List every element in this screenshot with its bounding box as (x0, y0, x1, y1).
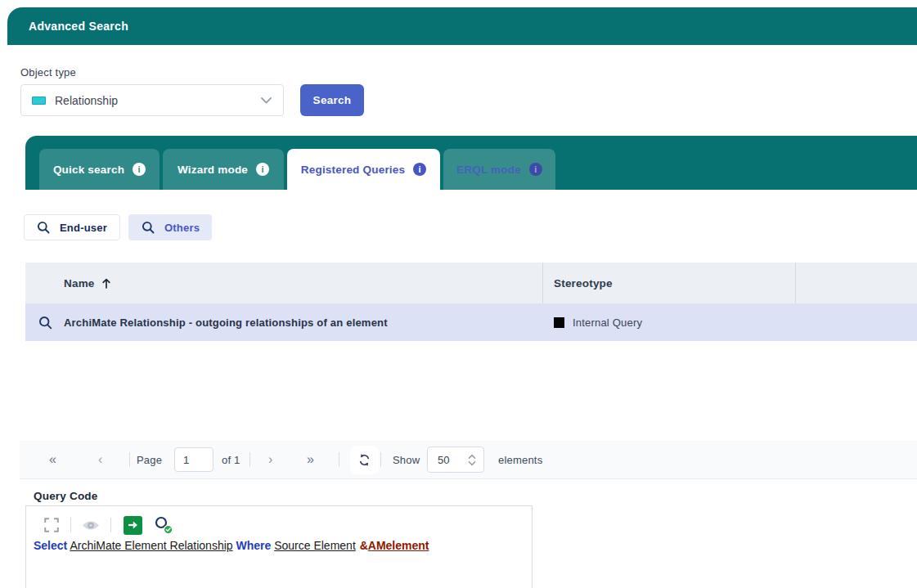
advanced-search-screen: Advanced Search Object type Relationship… (0, 0, 917, 588)
query-code-toolbar (26, 514, 173, 536)
page-count: of 1 (222, 441, 240, 478)
pagination-bar: « ‹ Page of 1 › » Show 50 (20, 441, 917, 479)
next-page-button[interactable]: › (268, 441, 273, 478)
first-page-button[interactable]: « (49, 441, 56, 478)
fullscreen-icon (44, 518, 59, 532)
page-label: Page (137, 441, 162, 478)
query-search-icon (38, 316, 52, 330)
tab-label: ERQL mode (456, 164, 521, 176)
tab-erql-mode[interactable]: ERQL mode i (443, 149, 555, 190)
refresh-icon (357, 453, 371, 467)
ampersand: & (360, 539, 368, 552)
elements-label: elements (498, 441, 542, 478)
info-icon[interactable]: i (529, 163, 542, 176)
search-check-icon (154, 515, 173, 535)
query-variable: AMelement (368, 539, 429, 552)
table-header: Name Stereotype (25, 263, 917, 303)
object-type-value: Relationship (55, 94, 118, 107)
fullscreen-button[interactable] (44, 518, 59, 532)
tab-wizard-mode[interactable]: Wizard mode i (163, 149, 284, 190)
separator (249, 452, 250, 467)
column-separator (542, 263, 543, 303)
query-code-label: Query Code (34, 490, 98, 502)
separator (110, 518, 111, 532)
relationship-type-icon (32, 97, 46, 105)
show-label: Show (393, 441, 420, 478)
separator (129, 452, 130, 467)
column-name[interactable]: Name (64, 277, 95, 290)
query-attribute: Source Element (274, 539, 356, 552)
query-code-editor: Select ArchiMate Element Relationship Wh… (25, 505, 533, 588)
info-icon[interactable]: i (413, 163, 426, 176)
stereotype-icon (554, 317, 564, 328)
column-separator (795, 263, 796, 303)
preview-button[interactable] (82, 519, 100, 532)
keyword-where: Where (236, 539, 271, 552)
info-icon[interactable]: i (133, 163, 146, 176)
tab-label: Registered Queries (301, 164, 405, 176)
page-input[interactable] (174, 447, 214, 472)
keyword-select: Select (34, 539, 67, 552)
arrow-right-icon (128, 520, 138, 530)
object-type-label: Object type (20, 66, 76, 79)
search-icon (142, 221, 155, 234)
spinner-icon[interactable] (468, 453, 476, 467)
run-query-button[interactable] (124, 516, 142, 535)
app-header: Advanced Search (7, 7, 917, 45)
filter-others-button[interactable]: Others (128, 214, 212, 240)
query-code-text: Select ArchiMate Element Relationship Wh… (34, 539, 429, 552)
search-icon (37, 221, 50, 234)
row-name: ArchiMate Relationship - outgoing relati… (64, 303, 388, 341)
page-title: Advanced Search (29, 20, 128, 33)
tab-registered-queries[interactable]: Registered Queries i (287, 149, 440, 190)
tab-label: Wizard mode (178, 164, 248, 176)
separator (339, 452, 339, 467)
info-icon[interactable]: i (256, 163, 269, 176)
tab-label: Quick search (53, 164, 124, 176)
tab-bar: Quick search i Wizard mode i Registered … (25, 136, 917, 190)
search-button[interactable]: Search (300, 84, 364, 116)
tab-quick-search[interactable]: Quick search i (39, 149, 160, 190)
refresh-button[interactable] (350, 446, 379, 474)
separator (70, 518, 71, 532)
table-row[interactable]: ArchiMate Relationship - outgoing relati… (25, 303, 917, 341)
filter-label: End-user (60, 222, 107, 234)
previous-page-button[interactable]: ‹ (98, 441, 103, 478)
page-size-value: 50 (438, 454, 449, 466)
chevron-down-icon (261, 97, 272, 104)
column-stereotype[interactable]: Stereotype (554, 263, 613, 303)
last-page-button[interactable]: » (307, 441, 314, 478)
validate-query-button[interactable] (154, 515, 173, 535)
filter-end-user-button[interactable]: End-user (24, 214, 120, 240)
row-stereotype: Internal Query (573, 303, 642, 341)
query-subject: ArchiMate Element Relationship (70, 539, 232, 552)
filter-label: Others (164, 222, 200, 234)
sort-ascending-icon[interactable] (102, 278, 110, 289)
separator (380, 452, 381, 467)
page-size-select[interactable]: 50 (427, 447, 484, 473)
eye-icon (82, 519, 100, 532)
object-type-select[interactable]: Relationship (20, 84, 284, 116)
